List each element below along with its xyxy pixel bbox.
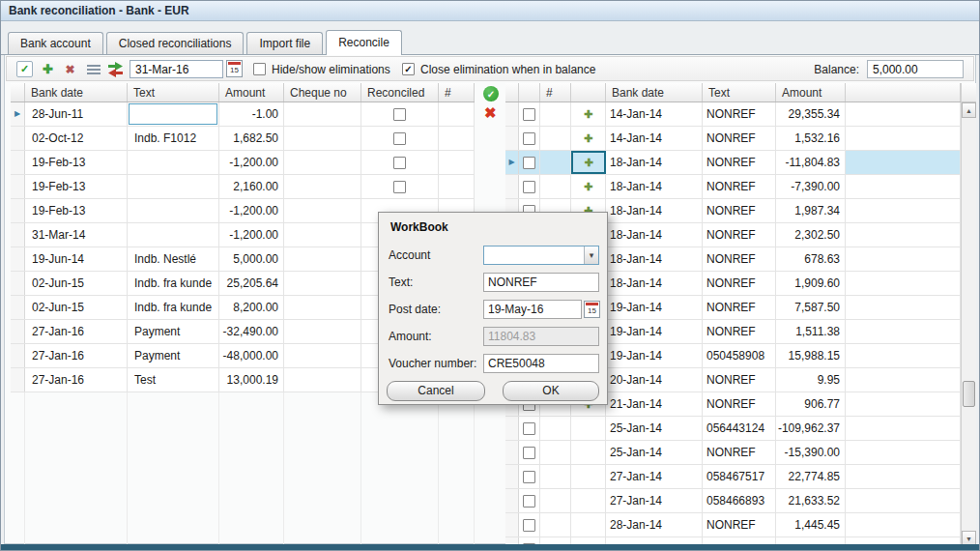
reconciliation-date-input[interactable]: 31-Mar-16 — [130, 60, 223, 78]
close-elimination-checkbox[interactable]: ✓ — [402, 63, 415, 75]
table-row[interactable]: 19-Feb-13-1,200.00 — [11, 151, 475, 175]
column-header[interactable]: Bank date — [606, 83, 703, 102]
column-header[interactable]: # — [439, 83, 475, 102]
table-row[interactable]: 27-Jan-1405846689321,633.52 — [505, 489, 961, 513]
amount-cell: 678.63 — [776, 247, 846, 271]
table-row[interactable]: ✚18-Jan-14NONREF-7,390.00 — [505, 175, 961, 199]
unmatch-icon[interactable]: ✖ — [484, 104, 497, 122]
amount-cell: -1.00 — [219, 102, 284, 126]
column-header[interactable]: Text — [703, 83, 776, 102]
row-selector: ▶ — [11, 102, 25, 126]
table-row[interactable]: 19-Feb-132,160.00 — [11, 175, 475, 199]
row-selector — [11, 296, 25, 319]
chevron-down-icon[interactable]: ▾ — [584, 246, 598, 264]
list-icon[interactable] — [85, 61, 101, 77]
select-checkbox[interactable] — [523, 447, 535, 459]
hash-cell — [540, 175, 571, 198]
column-header[interactable]: Reconciled — [361, 83, 439, 102]
reconciled-checkbox[interactable] — [393, 132, 406, 145]
select-checkbox[interactable] — [523, 471, 535, 483]
add-entry-icon[interactable]: ✚ — [584, 158, 592, 168]
vertical-scrollbar[interactable]: ▲ ▼ — [961, 83, 976, 546]
column-header[interactable] — [846, 83, 961, 102]
tab-reconcile[interactable]: Reconcile — [326, 30, 402, 55]
amount-cell: 15,988.15 — [776, 344, 846, 367]
add-icon[interactable]: ✚ — [40, 61, 56, 77]
delete-icon[interactable]: ✖ — [62, 61, 78, 77]
table-row[interactable]: ▶28-Jun-11-1.00 — [11, 102, 475, 127]
reconciled-checkbox[interactable] — [393, 181, 406, 193]
bank-date-cell: 02-Jun-15 — [25, 272, 128, 295]
bank-date-cell: 19-Feb-13 — [25, 175, 128, 198]
ok-button[interactable]: OK — [503, 381, 599, 401]
column-header[interactable] — [505, 83, 519, 102]
bank-date-cell: 28-Jan-14 — [606, 513, 703, 536]
text-cell: NONREF — [703, 175, 776, 198]
table-row[interactable]: ✚14-Jan-14NONREF1,532.16 — [505, 127, 961, 151]
text-cell — [128, 102, 219, 126]
column-header[interactable]: Amount — [776, 83, 846, 102]
cheque-no-cell — [284, 368, 361, 392]
table-row[interactable]: 25-Jan-14056443124-109,962.37 — [505, 417, 961, 441]
text-cell: NONREF — [703, 368, 776, 392]
add-entry-icon[interactable]: ✚ — [584, 182, 592, 192]
amount-cell: 7,587.50 — [776, 296, 846, 319]
cancel-button[interactable]: Cancel — [387, 381, 485, 401]
select-checkbox[interactable] — [523, 157, 535, 169]
bank-date-cell: 27-Jan-14 — [606, 465, 703, 488]
tab-bank-account[interactable]: Bank account — [8, 32, 103, 54]
trailing-cell — [846, 465, 961, 488]
tab-closed-reconciliations[interactable]: Closed reconciliations — [106, 32, 245, 54]
account-combobox[interactable]: ▾ — [483, 246, 599, 265]
amount-cell: -11,804.83 — [776, 151, 846, 174]
tab-strip: Bank account Closed reconciliations Impo… — [1, 21, 979, 55]
column-header[interactable] — [519, 83, 540, 102]
table-row[interactable]: ▶✚18-Jan-14NONREF-11,804.83 — [505, 151, 961, 175]
table-row[interactable]: 02-Oct-12Indb. F10121,682.50 — [11, 127, 475, 151]
hide-show-eliminations-checkbox[interactable] — [253, 63, 266, 75]
add-entry-icon[interactable]: ✚ — [584, 133, 592, 144]
scrollbar-thumb[interactable] — [963, 381, 975, 407]
select-checkbox[interactable] — [523, 108, 535, 121]
voucher-number-input[interactable]: CRE50048 — [483, 354, 599, 373]
select-checkbox[interactable] — [523, 132, 535, 145]
add-cell: ✚ — [571, 175, 606, 198]
bank-date-cell: 18-Jan-14 — [606, 272, 703, 295]
table-row[interactable]: ✚14-Jan-14NONREF29,355.34 — [505, 102, 961, 127]
table-row[interactable]: 27-Jan-1405846751722,774.85 — [505, 465, 961, 489]
amount-cell: -7,390.00 — [776, 175, 846, 198]
select-cell — [519, 513, 540, 536]
select-checkbox[interactable] — [523, 422, 535, 435]
select-checkbox[interactable] — [523, 519, 535, 532]
text-cell: NONREF — [703, 223, 776, 246]
table-row[interactable]: 25-Jan-14NONREF-15,390.00 — [505, 441, 961, 465]
post-date-input[interactable]: 19-May-16 — [483, 300, 582, 319]
add-entry-icon[interactable]: ✚ — [584, 109, 592, 120]
column-header[interactable]: # — [540, 83, 571, 102]
select-checkbox[interactable] — [523, 495, 535, 508]
bank-date-cell: 19-Jan-14 — [606, 296, 703, 319]
table-row[interactable]: 28-Jan-14NONREF1,445.45 — [505, 513, 961, 537]
text-input[interactable]: NONREF — [483, 273, 599, 292]
dialog-calendar-button[interactable]: 15 — [584, 301, 600, 318]
column-header[interactable] — [571, 83, 606, 102]
column-header[interactable] — [11, 83, 25, 102]
column-header[interactable]: Cheque no — [284, 83, 361, 102]
calendar-button[interactable]: 15 — [226, 60, 243, 77]
text-edit-input[interactable] — [129, 103, 217, 125]
text-cell: 050458908 — [703, 344, 776, 367]
reconciled-checkbox[interactable] — [393, 157, 406, 169]
bank-date-cell: 27-Jan-16 — [25, 368, 128, 392]
column-header[interactable]: Amount — [219, 83, 284, 102]
right-grid-header: #Bank dateTextAmount — [505, 83, 961, 102]
window-title: Bank reconciliation - Bank - EUR — [9, 4, 189, 17]
match-ok-icon[interactable]: ✓ — [483, 86, 499, 102]
scroll-up-button[interactable]: ▲ — [962, 102, 976, 118]
auto-match-icon[interactable] — [107, 61, 124, 77]
select-checkbox[interactable] — [523, 181, 535, 193]
column-header[interactable]: Bank date — [25, 83, 128, 102]
column-header[interactable]: Text — [128, 83, 219, 102]
reconciled-checkbox[interactable] — [393, 108, 406, 121]
tab-import-file[interactable]: Import file — [246, 32, 323, 54]
validate-icon[interactable]: ✓ — [16, 61, 33, 77]
